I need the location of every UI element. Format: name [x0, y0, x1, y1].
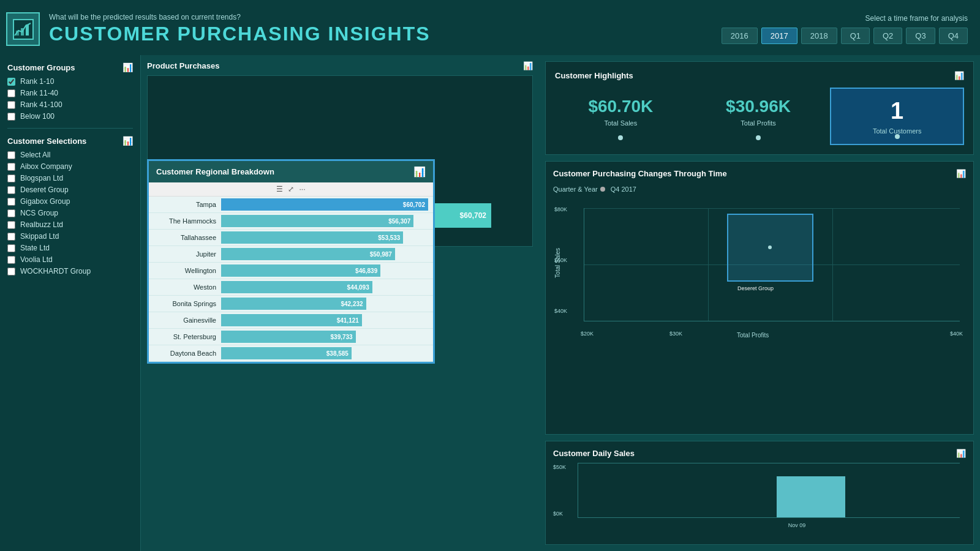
regional-header: Customer Regional Breakdown 📊	[149, 161, 433, 182]
regional-chart-icon: 📊	[413, 166, 426, 178]
regional-bar-stpetersburg: $39,733	[221, 331, 356, 343]
center-panel: Product Purchases 📊 Product 16 $60,702 C…	[141, 55, 539, 551]
scatter-dot	[768, 246, 772, 249]
logo-icon	[6, 12, 40, 46]
selection-state[interactable]: State Ltd	[7, 244, 133, 252]
daily-x-nov09: Nov 09	[788, 522, 806, 528]
group-rank-1-10[interactable]: Rank 1-10	[7, 77, 133, 86]
group-rank-41-100[interactable]: Rank 41-100	[7, 100, 133, 109]
regional-row-weston: Weston $44,093	[149, 279, 433, 296]
regional-bar-hammocks: $56,307	[221, 215, 413, 227]
selection-blogspan[interactable]: Blogspan Ltd	[7, 174, 133, 182]
header-left: What will be the predicted results based…	[6, 12, 431, 46]
customer-highlights: Customer Highlights 📊 $60.70K Total Sale…	[545, 61, 974, 155]
regional-bar-daytona: $38,585	[221, 347, 352, 359]
regional-breakdown-overlay: Customer Regional Breakdown 📊 ☰ ⤢ ··· Ta…	[147, 159, 435, 364]
selection-gigabox[interactable]: Gigabox Group	[7, 197, 133, 206]
quarter-dot	[600, 187, 605, 192]
selection-voolia[interactable]: Voolia Ltd	[7, 255, 133, 264]
year-btn-2016[interactable]: 2016	[722, 28, 758, 44]
svg-rect-2	[21, 28, 24, 36]
x-label-20k: $20K	[581, 331, 594, 337]
y-label-80k: $80K	[554, 206, 567, 212]
groups-chart-icon: 📊	[123, 62, 133, 72]
regional-bar-gainesville: $41,121	[221, 314, 362, 326]
purchasing-chart-icon: 📊	[956, 169, 966, 178]
header-title-block: What will be the predicted results based…	[49, 13, 431, 45]
total-sales-value: $60.70K	[561, 97, 680, 116]
quarter-btn-q4[interactable]: Q4	[939, 28, 968, 44]
customer-groups-list: Rank 1-10 Rank 11-40 Rank 41-100 Below 1…	[7, 77, 133, 121]
purchasing-changes: Customer Purchasing Changes Through Time…	[545, 161, 974, 435]
total-customers-value: 1	[837, 98, 957, 124]
daily-y-50k: $50K	[553, 464, 566, 470]
regional-row-wellington: Wellington $46,839	[149, 263, 433, 279]
regional-bar-weston: $44,093	[221, 281, 372, 293]
regional-row-bonita: Bonita Springs $42,232	[149, 296, 433, 312]
customer-selections-title: Customer Selections 📊	[7, 136, 133, 146]
daily-y-0k: $0K	[553, 511, 563, 517]
selection-aibox[interactable]: Aibox Company	[7, 162, 133, 171]
daily-grid-top	[578, 463, 960, 463]
total-profits-value: $30.96K	[699, 97, 818, 116]
regional-bar-bonita: $42,232	[221, 298, 366, 310]
quarter-year-label: Quarter & Year Q4 2017	[553, 183, 966, 194]
purchasing-changes-title: Customer Purchasing Changes Through Time…	[553, 169, 966, 178]
y-label-40k: $40K	[554, 308, 567, 314]
header-title: CUSTOMER PURCHASING INSIGHTS	[49, 23, 431, 45]
toolbar-expand-icon[interactable]: ⤢	[288, 185, 294, 193]
customer-selections-list: Select All Aibox Company Blogspan Ltd De…	[7, 151, 133, 276]
regional-row-hammocks: The Hammocks $56,307	[149, 213, 433, 230]
highlight-total-customers: 1 Total Customers	[830, 88, 964, 145]
daily-sales: Customer Daily Sales 📊 $50K $0K Nov 09	[545, 441, 974, 545]
daily-chart: $50K $0K Nov 09	[553, 463, 966, 530]
group-below-100[interactable]: Below 100	[7, 112, 133, 121]
year-btn-2018[interactable]: 2018	[801, 28, 837, 44]
highlights-cards: $60.70K Total Sales $30.96K Total Profit…	[555, 88, 964, 145]
timeframe-label: Select a time frame for analysis	[865, 14, 968, 23]
total-customers-dot	[895, 134, 900, 139]
selection-wockhardt[interactable]: WOCKHARDT Group	[7, 267, 133, 276]
toolbar-dots-icon[interactable]: ···	[299, 185, 305, 193]
daily-chart-icon: 📊	[956, 449, 966, 458]
daily-bar-nov09	[777, 476, 845, 517]
grid-line-top	[584, 208, 960, 209]
total-sales-label: Total Sales	[561, 119, 680, 127]
selection-realbuzz[interactable]: Realbuzz Ltd	[7, 220, 133, 229]
regional-row-stpetersburg: St. Petersburg $39,733	[149, 329, 433, 345]
svg-rect-3	[26, 24, 29, 36]
toolbar-menu-icon[interactable]: ☰	[276, 185, 283, 193]
regional-bar-tampa: $60,702	[221, 198, 428, 211]
group-rank-11-40[interactable]: Rank 11-40	[7, 89, 133, 97]
regional-title: Customer Regional Breakdown	[156, 167, 274, 176]
selection-deseret[interactable]: Deseret Group	[7, 186, 133, 194]
regional-bar-tallahassee: $53,533	[221, 231, 403, 244]
daily-grid: Nov 09	[578, 463, 960, 518]
deseret-scatter-box: Deseret Group	[727, 214, 813, 281]
quarter-btn-q2[interactable]: Q2	[873, 28, 902, 44]
total-profits-dot	[756, 135, 761, 140]
selections-chart-icon: 📊	[123, 136, 133, 146]
quarter-btn-q1[interactable]: Q1	[841, 28, 870, 44]
regional-toolbar[interactable]: ☰ ⤢ ···	[149, 182, 433, 197]
year-btn-2017[interactable]: 2017	[761, 28, 797, 44]
timeframe-buttons: 2016 2017 2018 Q1 Q2 Q3 Q4	[722, 28, 968, 44]
regional-body: Tampa $60,702 The Hammocks $56,307	[149, 197, 433, 362]
header-right: Select a time frame for analysis 2016 20…	[722, 14, 968, 44]
regional-row-gainesville: Gainesville $41,121	[149, 312, 433, 329]
right-panel: Customer Highlights 📊 $60.70K Total Sale…	[539, 55, 980, 551]
quarter-btn-q3[interactable]: Q3	[906, 28, 935, 44]
total-sales-dot	[618, 135, 623, 140]
regional-row-tampa: Tampa $60,702	[149, 197, 433, 213]
header-subtitle: What will be the predicted results based…	[49, 13, 431, 21]
x-axis-title: Total Profits	[737, 332, 769, 339]
selection-ncs[interactable]: NCS Group	[7, 209, 133, 217]
highlights-title: Customer Highlights 📊	[555, 71, 964, 80]
selection-select-all[interactable]: Select All	[7, 151, 133, 159]
product-purchases-title: Product Purchases 📊	[147, 61, 533, 70]
header: What will be the predicted results based…	[0, 0, 980, 55]
highlights-icon: 📊	[954, 71, 964, 80]
svg-rect-1	[16, 31, 19, 36]
selection-skippad[interactable]: Skippad Ltd	[7, 232, 133, 241]
regional-bar-jupiter: $50,987	[221, 248, 395, 260]
